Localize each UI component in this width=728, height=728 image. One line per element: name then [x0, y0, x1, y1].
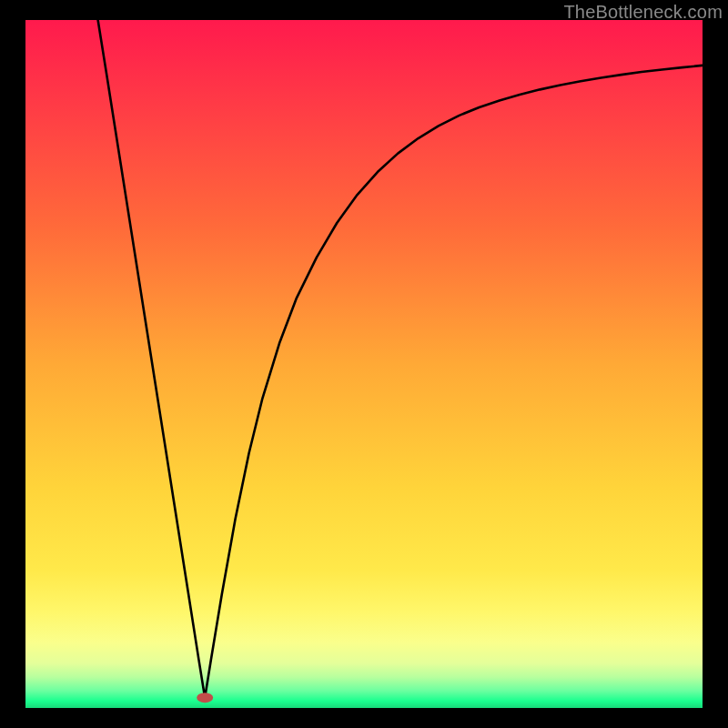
- gradient-background: [25, 20, 703, 708]
- minimum-marker: [197, 693, 213, 703]
- chart-plot-area: [25, 20, 703, 708]
- chart-svg: [25, 20, 703, 708]
- watermark-text: TheBottleneck.com: [563, 2, 723, 23]
- chart-frame: TheBottleneck.com: [0, 0, 728, 728]
